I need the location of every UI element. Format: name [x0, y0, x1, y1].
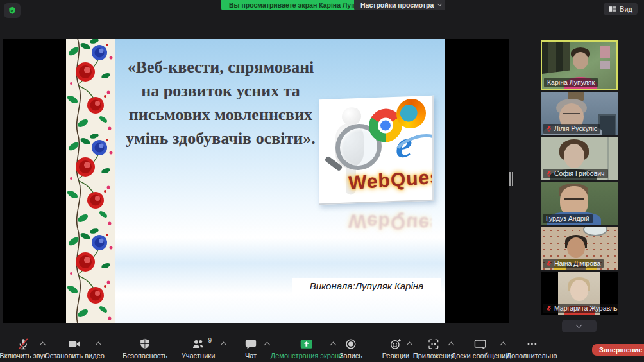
toolbar-label: Реакции — [382, 352, 410, 359]
zoom-meeting-window: Вы просматриваете экран Каріна Лупуляк Н… — [0, 0, 644, 362]
record-button[interactable]: Запись — [339, 338, 362, 359]
stop-video-button[interactable]: Остановить видео — [44, 338, 105, 359]
toolbar-label: Включить звук — [0, 352, 47, 359]
more-dots-icon — [525, 338, 538, 350]
whiteboard-icon — [474, 338, 487, 350]
participant-name-badge: Маргарита Журавль… — [543, 304, 618, 313]
chevron-down-icon — [437, 2, 442, 6]
presentation-slide: «Веб-квести, спрямовані на розвиток усни… — [66, 39, 445, 323]
grid-view-icon — [609, 5, 616, 13]
participant-video-liliia-ruskulis[interactable]: Лілія Рускуліс — [541, 92, 618, 135]
view-label: Вид — [620, 5, 632, 13]
participant-name-badge: Наіна Дімірова — [543, 259, 604, 268]
record-icon — [344, 338, 357, 350]
participant-video-karina-lupuliak[interactable]: Каріна Лупуляк — [541, 40, 618, 90]
toolbar-label: Дополнительно — [506, 352, 557, 359]
toolbar-label: Участники — [182, 352, 216, 359]
muted-mic-icon — [546, 305, 552, 311]
view-settings-label: Настройки просмотра — [360, 1, 434, 9]
unmute-button[interactable]: Включить звук — [0, 338, 47, 359]
camera-icon — [68, 338, 81, 350]
reactions-button[interactable]: Реакции — [382, 338, 410, 359]
whiteboards-button[interactable]: Доски сообщений — [452, 338, 510, 359]
toolbar-label: Приложения — [413, 352, 454, 359]
participant-name-badge: Софія Грибович — [543, 169, 608, 178]
participant-name-badge: Лілія Рускуліс — [543, 124, 600, 134]
muted-mic-icon — [546, 170, 552, 177]
internet-explorer-logo-icon: e — [396, 125, 432, 166]
participant-video-hurduz-andrii[interactable]: Гурдуз Андрій — [541, 182, 618, 225]
mic-muted-icon — [17, 338, 30, 350]
muted-mic-icon — [546, 260, 552, 266]
shield-check-icon — [8, 6, 17, 15]
floral-border-ornament — [66, 39, 115, 323]
chat-button[interactable]: Чат — [244, 338, 257, 359]
toolbar-label: Чат — [245, 352, 257, 359]
end-meeting-button[interactable]: Завершение — [592, 344, 644, 356]
shield-icon — [139, 338, 151, 350]
participant-name-badge: Гурдуз Андрій — [543, 214, 593, 223]
apps-button[interactable]: Приложения — [413, 338, 454, 359]
security-button[interactable]: Безопасность — [123, 338, 167, 359]
participant-video-naina-dimirova[interactable]: Наіна Дімірова — [541, 227, 618, 270]
encryption-shield-button[interactable] — [4, 3, 21, 18]
chat-options-chevron[interactable] — [264, 342, 271, 349]
shared-screen: «Веб-квести, спрямовані на розвиток усни… — [3, 39, 509, 323]
participants-options-chevron[interactable] — [221, 342, 227, 349]
participant-name-badge: Каріна Лупуляк — [544, 78, 598, 87]
chat-bubble-icon — [244, 338, 257, 350]
toolbar-label: Доски сообщений — [452, 352, 510, 359]
webquest-image-reflection: WebQuest — [319, 204, 432, 237]
participants-icon — [192, 338, 205, 350]
participant-video-marharyta-zhuravl[interactable]: Маргарита Журавль… — [541, 272, 618, 315]
slide-author: Виконала:Лупуляк Каріна — [292, 278, 441, 294]
apps-icon — [427, 338, 440, 350]
chevron-down-icon — [576, 322, 582, 329]
reactions-smiley-icon — [389, 338, 402, 350]
view-settings-button[interactable]: Настройки просмотра — [354, 0, 445, 10]
toolbar-label: Безопасность — [123, 352, 167, 359]
share-screen-icon — [300, 338, 313, 350]
toolbar-label: Демонстрация экрана — [271, 352, 343, 359]
participant-video-sofiia-hrybovych[interactable]: Софія Грибович — [541, 137, 618, 180]
view-button[interactable]: Вид — [604, 3, 638, 15]
participants-scroll-down-button[interactable] — [562, 320, 597, 332]
participants-count-badge: 9 — [208, 337, 212, 344]
share-screen-button[interactable]: Демонстрация экрана — [271, 338, 343, 359]
webquest-image: e WebQuest — [319, 96, 434, 205]
more-button[interactable]: Дополнительно — [506, 338, 557, 359]
participants-button[interactable]: 9 Участники — [182, 338, 216, 359]
muted-mic-icon — [546, 125, 552, 132]
panel-resize-handle[interactable] — [509, 172, 514, 187]
toolbar-label: Остановить видео — [44, 352, 105, 359]
slide-title: «Веб-квести, спрямовані на розвиток усни… — [119, 55, 322, 150]
toolbar-label: Запись — [339, 352, 362, 359]
